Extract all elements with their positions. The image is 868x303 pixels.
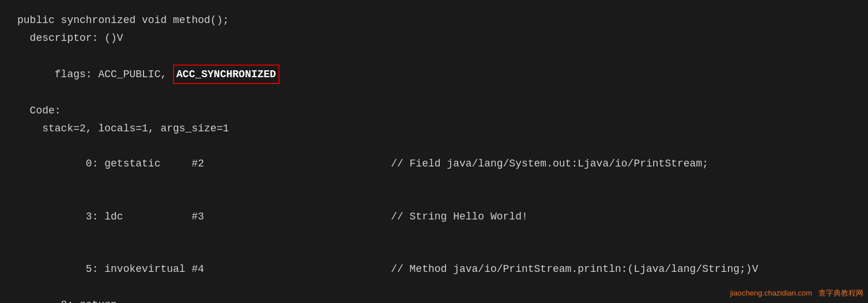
watermark: jiaocheng.chazidian.com 查字典教程网 [730,288,863,298]
comment-0: // Field java/lang/System.out:Ljava/io/P… [391,158,708,169]
code-line-6: 0: getstatic #2 // Field java/lang/Syste… [17,137,851,190]
code-line-4: Code: [17,102,851,120]
code-line-3: flags: ACC_PUBLIC, ACC_SYNCHRONIZED [17,47,851,102]
watermark-brand: 查字典 [818,289,841,297]
code-instr-5: 5: invokevirtual #4 [42,263,391,275]
code-instr-0: 0: getstatic #2 [42,158,391,169]
comment-3: // String Hello World! [391,211,528,222]
code-line-1: public synchronized void method(); [17,12,851,29]
code-line-2: descriptor: ()V [17,29,851,47]
acc-synchronized-highlight: ACC_SYNCHRONIZED [173,65,280,85]
watermark-suffix: 教程网 [841,289,863,297]
flags-prefix: flags: ACC_PUBLIC, [42,69,173,80]
code-line-7: 3: ldc #3 // String Hello World! [17,190,851,243]
code-line-8: 5: invokevirtual #4 // Method java/io/Pr… [17,243,851,296]
code-line-9: 8: return [17,296,851,304]
code-line-5: stack=2, locals=1, args_size=1 [17,120,851,138]
comment-5: // Method java/io/PrintStream.println:(L… [391,263,758,275]
watermark-site: jiaocheng.chazidian.com [730,289,812,297]
code-instr-3: 3: ldc #3 [42,211,391,222]
code-block: public synchronized void method(); descr… [0,0,868,303]
